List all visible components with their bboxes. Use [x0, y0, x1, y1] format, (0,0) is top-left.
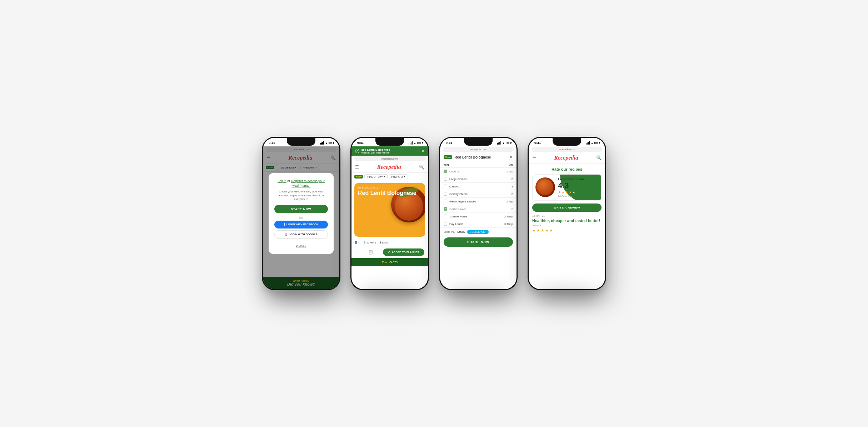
start-now-button[interactable]: START NOW	[274, 205, 328, 213]
servings-meta: 👤 4	[354, 241, 360, 244]
comments-count: 26 Comments	[558, 195, 598, 197]
url-bar-4: recepedia.com	[532, 147, 602, 152]
person-icon: 👤	[354, 241, 358, 244]
review-star-5: ★	[549, 228, 553, 233]
dish-score: 4.3	[558, 182, 598, 190]
list-item[interactable]: Fresh Thyme Leaves 2 Tsp	[440, 198, 517, 205]
knorr-logo-3: Knorr	[444, 155, 452, 159]
list-item[interactable]: Cerlery Stems 2	[440, 190, 517, 198]
time-of-day-filter-2[interactable]: TIME OF DAY ▾	[364, 174, 387, 179]
hamburger-icon-4[interactable]: ☰	[532, 155, 536, 160]
login-link[interactable]: Log in	[278, 179, 286, 183]
notif-subtitle: Added to your Meal Planner!	[361, 151, 390, 154]
dish-info: Lentil Bolognese 4.3 ★ ★ ★ ★ ★ 26 Commen…	[558, 177, 598, 197]
review-star-4: ★	[545, 228, 549, 233]
recipe-title-2: Red Lentil Bolognese	[358, 190, 421, 196]
share-messenger-btn[interactable]: ● MESSENGER	[467, 230, 488, 234]
login-modal: Log in or Register to access your Meal P…	[269, 173, 334, 254]
star-2[interactable]: ★	[562, 190, 565, 194]
notification-bar-2: ✓ Red Lentil Bolognese Added to your Mea…	[351, 146, 428, 156]
dish-image	[535, 177, 555, 197]
star-3[interactable]: ★	[565, 190, 568, 194]
heart-icon-2[interactable]: ♡	[355, 250, 359, 255]
list-item[interactable]: ✓ Olive Oil 2 Tsp	[440, 168, 517, 175]
star-1[interactable]: ★	[558, 190, 561, 194]
phone-2: 9:41 ▲	[350, 137, 429, 290]
list-item[interactable]: Carrots 3	[440, 183, 517, 190]
checkbox-6[interactable]: ✓	[444, 207, 447, 211]
app-nav-4: ☰ Recepedia 🔍	[529, 152, 605, 164]
reviewer-name: Sarah B	[532, 224, 602, 227]
phone-4: 9:41 ▲	[528, 137, 606, 290]
modal-overlay-1: Log in or Register to access your Meal P…	[263, 138, 339, 289]
phone-3-wrapper: 9:41 ▲	[439, 137, 518, 290]
qty-col-header: Qty	[509, 164, 513, 166]
checkbox-5[interactable]	[444, 200, 447, 203]
url-text-2: recepedia.com	[381, 157, 398, 160]
checkbox-1[interactable]: ✓	[444, 170, 447, 173]
bar-icon: ▮	[380, 241, 381, 244]
hamburger-icon-2[interactable]: ☰	[355, 165, 359, 170]
prepara-filter-2[interactable]: PREPARA ▾	[389, 174, 408, 179]
share-email-btn[interactable]: EMAIL	[458, 231, 465, 233]
phone-3: 9:41 ▲	[439, 137, 518, 290]
checkbox-3[interactable]	[444, 185, 447, 188]
phone-2-wrapper: 9:41 ▲	[350, 137, 429, 290]
battery-icon-2	[417, 142, 422, 144]
time-meta: ⏱ 55 MINS	[363, 241, 376, 244]
register-link[interactable]: Register to access your Meal Planner	[291, 179, 325, 187]
added-to-planner-button[interactable]: ✓ ADDED TO PLANNER	[383, 248, 424, 256]
checkbox-8[interactable]	[444, 222, 447, 226]
review-date: 15 MAR 21	[532, 215, 602, 217]
battery-icon-4	[594, 142, 599, 144]
knorr-facts-2: Knorr FACTS	[354, 261, 425, 263]
wifi-icon-4: ▲	[591, 142, 593, 144]
time-2: 9:41	[357, 141, 364, 145]
app-nav-2: ☰ Recepedia 🔍	[351, 162, 428, 173]
recipe-actions-2: ♡ 📋 ✓ ADDED TO PLANNER	[351, 246, 428, 258]
phone-3-notch	[464, 138, 493, 146]
list-item[interactable]: Puy Lentils 3 Tbsp	[440, 220, 517, 228]
clock-icon: ⏱	[363, 241, 366, 244]
notif-title: Red Lentil Bolognese	[361, 148, 390, 151]
google-icon: G	[285, 233, 287, 236]
share-more-dots[interactable]: ···	[491, 231, 493, 233]
item-col-header: Item	[444, 164, 449, 166]
battery-icon-1	[329, 142, 334, 144]
list-item[interactable]: ✓ Garlic Cloves 2	[440, 205, 517, 213]
search-icon-2[interactable]: 🔍	[419, 165, 424, 170]
star-5[interactable]: ★	[572, 190, 575, 194]
table-header-3: Item Qty	[440, 162, 517, 168]
google-login-button[interactable]: G LOGIN WITH GOOGLE	[274, 230, 328, 239]
checkbox-7[interactable]	[444, 215, 447, 218]
status-icons-4: ▲	[586, 141, 599, 145]
review-headline: Healthier, cheaper and tasted better!	[532, 218, 602, 223]
review-star-2: ★	[537, 228, 540, 233]
status-icons-1: ▲	[320, 141, 334, 145]
checkbox-2[interactable]	[444, 177, 447, 181]
facebook-login-button[interactable]: f LOGIN WITH FACEBOOK	[274, 221, 328, 228]
list-item[interactable]: Large Onions 2	[440, 175, 517, 183]
share-now-button[interactable]: SHARE NOW	[444, 237, 513, 247]
close-icon-3[interactable]: ✕	[509, 155, 513, 160]
calendar-icon-2[interactable]: 📋	[368, 250, 373, 255]
shopping-header-3: Knorr Red Lentil Bolognese ✕	[440, 152, 517, 162]
review-star-1: ★	[532, 228, 536, 233]
dismiss-button[interactable]: DISMISS	[296, 245, 306, 247]
chevron-down-icon-3: ▾	[384, 175, 385, 178]
notification-close[interactable]: ×	[422, 149, 424, 154]
search-icon-4[interactable]: 🔍	[596, 155, 602, 160]
recipe-card-2[interactable]: TO SUSTAINABLE: Red Lentil Bolognese	[354, 183, 425, 237]
phone-1-wrapper: 9:41 ▲	[262, 137, 340, 290]
phone-1-screen: 9:41 ▲	[263, 138, 339, 289]
facebook-icon: f	[284, 223, 285, 226]
status-icons-3: ▲	[497, 141, 511, 145]
star-4[interactable]: ★	[569, 190, 572, 194]
url-text-3: recepedia.com	[470, 148, 487, 151]
list-item[interactable]: Tomato Purée 2 Tbsp	[440, 213, 517, 220]
shopping-list-3: ✓ Olive Oil 2 Tsp Large Onions 2 Carrots…	[440, 168, 517, 228]
phone-2-notch	[375, 138, 404, 146]
checkbox-4[interactable]	[444, 192, 447, 196]
write-review-button[interactable]: WRITE A REVIEW	[532, 204, 602, 212]
nav-logo-4: Recepedia	[554, 155, 578, 161]
